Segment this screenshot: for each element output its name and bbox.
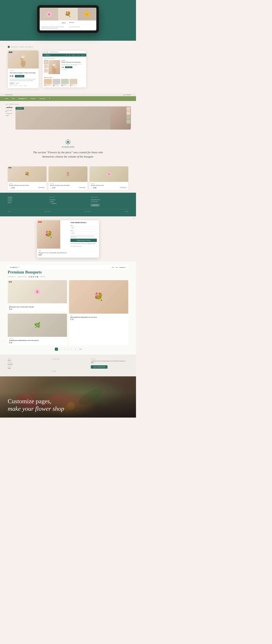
premium-flower-1: 🌸: [8, 280, 67, 303]
section-label: PRODUCT CARDS EXAMPLE: [8, 46, 128, 48]
premium-card-1: Sale 🌸 Lilac BOUQUET OF 14 YELLOW TULIPS…: [8, 280, 67, 312]
order-form-title: YOUR ORDER DETAILS: [70, 222, 97, 223]
shop-nav-sale[interactable]: Sale: [12, 98, 15, 99]
catalog-thumb-2[interactable]: [126, 111, 130, 115]
footer-wedding[interactable]: Wedding: [8, 196, 45, 198]
browser-content: Home / Catalog / Bouquets: [42, 56, 86, 76]
browser-option-1[interactable]: S: [62, 69, 63, 70]
footer-summer[interactable]: Summer: [8, 200, 45, 202]
cat-item-2[interactable]: ...for those who: [5, 112, 13, 114]
similar-item-3[interactable]: Spring bouquet $22: [61, 79, 69, 86]
cat-item-3[interactable]: ...leaflet: [5, 114, 13, 116]
option-28cm[interactable]: 28 cm: [15, 82, 19, 84]
shop-nav-new[interactable]: New: [5, 98, 8, 99]
browser-product-svg: [50, 61, 59, 74]
premium-sort-label[interactable]: SORT BY: [40, 276, 45, 278]
tab-about[interactable]: ABOUT: [61, 22, 66, 24]
premium-flower-2: 💐: [69, 280, 128, 314]
product-price: $ 38: [10, 75, 14, 77]
shop-nav-bouquets[interactable]: Bouquets ▼: [18, 98, 27, 99]
similar-item-2[interactable]: Decorative flowers $18: [52, 79, 60, 86]
pagination-next[interactable]: NEXT →: [78, 348, 85, 351]
color-dot-1[interactable]: [28, 276, 30, 278]
catalog-thumb-4[interactable]: [126, 120, 130, 124]
pgc-cat-1: Bouquets: [9, 183, 45, 184]
browser-option-3[interactable]: L: [66, 69, 68, 70]
similar-price-1: $14: [44, 85, 52, 86]
premium-flowers-filter[interactable]: FLOWERS: 44: [8, 276, 16, 278]
pgc-add-2[interactable]: ADD TO BAG: [78, 187, 86, 188]
browser-nav-bouquets[interactable]: Bouquets: [72, 54, 76, 56]
info-shop-btn[interactable]: SHOP NOW BUTTON: [91, 365, 108, 369]
tablet-img-1: 🌸: [40, 8, 58, 20]
pagination-2[interactable]: 2: [59, 348, 62, 351]
footer-twitter[interactable]: t Twitter: [49, 201, 87, 202]
order-modal-product-info: Lilac Bouquet of 5 rows 10 gracieths and…: [37, 248, 68, 258]
shop-nav-presents[interactable]: Presents: [40, 98, 45, 99]
browser-add-to-bag[interactable]: ADD TO BAG: [65, 66, 72, 68]
pagination-4[interactable]: 4: [66, 348, 70, 351]
customize-overlay: Customize pages, make your flower shop: [0, 392, 136, 418]
browser-nav-flowers[interactable]: Flowers: [77, 54, 80, 56]
florence-nav-sale[interactable]: Sale: [116, 267, 118, 268]
florence-nav-bouquets[interactable]: Bouquets ▼: [120, 267, 126, 268]
info-type-exotic: Exotic A good pair of my Set. Each bouqu…: [91, 358, 128, 369]
premium-filters: FLOWERS: 44 SELECT COLOR SORT BY: [8, 276, 128, 278]
footer-birthday[interactable]: Birthday: [8, 198, 45, 200]
pgc-name-1: Bouquet with spray roses and eustoma: [9, 184, 45, 186]
pgc-price-1: From $ 24: [9, 186, 14, 189]
order-delivery-link[interactable]: today (before 16:00): [87, 243, 96, 244]
browser-nav-sale[interactable]: Sale: [68, 54, 70, 56]
footer-bottom-cookie[interactable]: Cookie Policy: [44, 211, 50, 212]
shop-nav-flowers[interactable]: Flowers: [31, 98, 36, 99]
pagination-1[interactable]: 1: [55, 348, 58, 351]
premium-card-info-2: Lilac DECORATIVE BOUQUET OF LILACS $ 79: [69, 314, 128, 322]
browser-thumb-1[interactable]: [44, 60, 48, 64]
similar-item-4[interactable]: Fresh tulips $12: [70, 79, 77, 86]
pagination-6[interactable]: 6: [74, 348, 77, 351]
browser-nav-new[interactable]: New: [66, 54, 67, 56]
add-to-bag-button[interactable]: ADD TO BAG: [15, 75, 24, 78]
footer-facebook[interactable]: f Facebook: [49, 199, 87, 200]
order-submit-button[interactable]: ORDER NOW BY PHONE: [70, 239, 97, 242]
browser-thumb-2[interactable]: [44, 64, 48, 68]
similar-price-2: $18: [53, 85, 60, 86]
products-grid-section: NEW 💐 Bouquets Bouquet with spray roses …: [0, 164, 136, 193]
florence-nav-new[interactable]: New: [112, 267, 114, 268]
search-icon[interactable]: 🔍: [49, 98, 51, 100]
tablet-section: 🌸 💐 🌼 ABOUT DELIVERY The section "Flower…: [0, 0, 136, 41]
footer-bottom-privacy[interactable]: Privacy Policy: [84, 211, 91, 212]
browser-nav-presents[interactable]: Presents: [81, 54, 85, 56]
order-name-input[interactable]: [70, 226, 97, 229]
catalog-thumb-1[interactable]: [126, 107, 130, 111]
cat-item-1[interactable]: ...ced for those who: [5, 110, 13, 112]
footer-contact-btn[interactable]: CALL US: [91, 204, 100, 206]
info-type-landscape: Landscape: [52, 358, 89, 369]
features-text: The section "Flowers by the piece" was c…: [29, 150, 107, 159]
color-dot-3[interactable]: [32, 276, 34, 278]
option-20cm[interactable]: 20 cm: [10, 82, 14, 84]
pgc-add-3[interactable]: ADD TO BAG: [120, 187, 127, 188]
catalog-thumb-3[interactable]: [126, 116, 130, 119]
color-dot-5[interactable]: [37, 276, 38, 278]
pagination-5[interactable]: 5: [70, 348, 74, 351]
tablet-frame: 🌸 💐 🌼 ABOUT DELIVERY The section "Flower…: [37, 5, 99, 33]
order-phone-input[interactable]: [70, 232, 97, 234]
pagination-prev[interactable]: <: [51, 348, 54, 351]
footer-bottom-home[interactable]: Home: [8, 211, 10, 212]
footer-events[interactable]: Events: [8, 202, 45, 203]
premium-card-price-2: $ 79: [70, 318, 127, 320]
pgc-add-1[interactable]: ADD TO BAG: [38, 187, 45, 188]
pagination-3[interactable]: 3: [62, 348, 66, 351]
footer-instagram[interactable]: 📷 Instagram: [49, 203, 87, 204]
color-dot-4[interactable]: [35, 276, 36, 278]
tab-delivery[interactable]: DELIVERY: [68, 22, 75, 24]
color-dot-2[interactable]: [30, 276, 32, 278]
similar-item-1[interactable]: Bouquet of spray roses $14: [44, 79, 52, 86]
footer-bottom-cookies[interactable]: Cookies: [124, 211, 128, 212]
browser-thumb-3[interactable]: [44, 69, 48, 73]
catalog-buy-btn[interactable]: BUY NOW: [16, 107, 24, 110]
browser-option-2[interactable]: M: [64, 69, 66, 70]
florence-logo: FLORENCE ✦: [10, 266, 20, 268]
browser-dot-red: [44, 52, 44, 52]
